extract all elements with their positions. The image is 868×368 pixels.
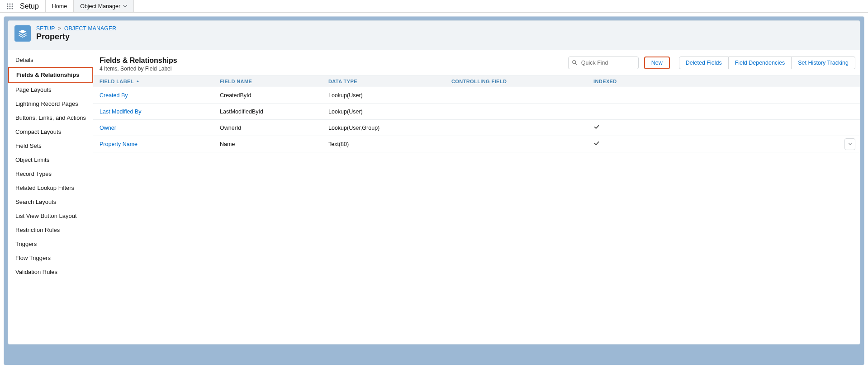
indexed-cell: [591, 140, 681, 148]
col-header-field-label[interactable]: FIELD LABEL: [93, 79, 217, 84]
fields-table: FIELD LABEL FIELD NAME DATA TYPE CONTROL…: [93, 75, 860, 152]
sidebar-item-record-types[interactable]: Record Types: [8, 167, 93, 181]
field-label-link[interactable]: Created By: [100, 92, 128, 99]
sidebar: DetailsFields & RelationshipsPage Layout…: [8, 50, 93, 344]
sidebar-item-triggers[interactable]: Triggers: [8, 237, 93, 251]
column-header-row: FIELD LABEL FIELD NAME DATA TYPE CONTROL…: [93, 75, 860, 87]
svg-line-10: [575, 63, 577, 65]
check-icon: [593, 140, 600, 146]
sidebar-item-details[interactable]: Details: [8, 53, 93, 67]
search-icon: [572, 60, 578, 66]
sidebar-item-search-layouts[interactable]: Search Layouts: [8, 195, 93, 209]
tab-object-manager[interactable]: Object Manager: [74, 0, 134, 12]
svg-point-7: [9, 8, 11, 9]
table-row: Property NameNameText(80): [93, 136, 860, 152]
svg-point-3: [7, 5, 9, 7]
svg-point-0: [7, 3, 9, 5]
action-group: Deleted Fields Field Dependencies Set Hi…: [679, 57, 855, 69]
col-header-field-name[interactable]: FIELD NAME: [217, 79, 326, 84]
shell: SETUP > OBJECT MANAGER Property DetailsF…: [0, 13, 868, 368]
field-label-link[interactable]: Property Name: [100, 141, 138, 147]
deleted-fields-button[interactable]: Deleted Fields: [679, 57, 729, 69]
field-name-cell: LastModifiedById: [217, 109, 326, 115]
col-header-indexed[interactable]: INDEXED: [591, 79, 681, 84]
sidebar-item-restriction-rules[interactable]: Restriction Rules: [8, 223, 93, 237]
row-action-cell: [681, 138, 860, 150]
sidebar-item-validation-rules[interactable]: Validation Rules: [8, 265, 93, 279]
object-icon: [14, 25, 31, 42]
tab-home-label: Home: [52, 3, 67, 9]
svg-point-2: [12, 3, 13, 5]
page-title: Property: [36, 32, 116, 42]
global-header: Setup Home Object Manager: [0, 0, 868, 13]
data-type-cell: Lookup(User,Group): [326, 125, 449, 131]
new-button[interactable]: New: [644, 57, 670, 69]
set-history-tracking-button[interactable]: Set History Tracking: [792, 57, 855, 69]
tab-object-manager-label: Object Manager: [80, 3, 120, 9]
svg-point-4: [9, 5, 11, 7]
content-card: DetailsFields & RelationshipsPage Layout…: [8, 50, 860, 344]
chevron-down-icon: [123, 4, 127, 8]
col-header-field-label-text: FIELD LABEL: [100, 79, 134, 84]
data-type-cell: Lookup(User): [326, 92, 449, 99]
row-menu-button[interactable]: [844, 138, 855, 150]
table-row: Last Modified ByLastModifiedByIdLookup(U…: [93, 104, 860, 120]
svg-point-1: [9, 3, 11, 5]
page-header: SETUP > OBJECT MANAGER Property: [8, 20, 860, 50]
breadcrumb: SETUP > OBJECT MANAGER: [36, 25, 116, 32]
sidebar-item-compact-layouts[interactable]: Compact Layouts: [8, 125, 93, 139]
sidebar-item-flow-triggers[interactable]: Flow Triggers: [8, 251, 93, 265]
field-dependencies-button[interactable]: Field Dependencies: [729, 57, 792, 69]
sidebar-item-field-sets[interactable]: Field Sets: [8, 139, 93, 153]
main-header: Fields & Relationships 4 Items, Sorted b…: [93, 55, 860, 75]
breadcrumb-setup[interactable]: SETUP: [36, 25, 55, 32]
breadcrumb-separator: >: [58, 25, 61, 32]
sidebar-item-lightning-record-pages[interactable]: Lightning Record Pages: [8, 97, 93, 111]
main: Fields & Relationships 4 Items, Sorted b…: [93, 50, 860, 344]
field-name-cell: CreatedById: [217, 92, 326, 99]
quick-find-input[interactable]: [568, 57, 639, 69]
svg-point-8: [12, 8, 13, 9]
svg-point-6: [7, 8, 9, 9]
sidebar-item-page-layouts[interactable]: Page Layouts: [8, 83, 93, 97]
table-row: OwnerOwnerIdLookup(User,Group): [93, 120, 860, 136]
tab-home[interactable]: Home: [46, 0, 74, 12]
page-band: SETUP > OBJECT MANAGER Property DetailsF…: [4, 16, 864, 365]
sidebar-item-object-limits[interactable]: Object Limits: [8, 153, 93, 167]
field-name-cell: OwnerId: [217, 125, 326, 131]
check-icon: [593, 124, 600, 130]
data-type-cell: Lookup(User): [326, 109, 449, 115]
sidebar-item-fields-relationships[interactable]: Fields & Relationships: [8, 67, 93, 83]
breadcrumb-object-manager[interactable]: OBJECT MANAGER: [64, 25, 116, 32]
main-title: Fields & Relationships: [100, 57, 177, 65]
chevron-down-icon: [848, 142, 852, 146]
data-type-cell: Text(80): [326, 141, 449, 147]
app-name: Setup: [20, 0, 46, 12]
indexed-cell: [591, 124, 681, 132]
sidebar-item-list-view-button-layout[interactable]: List View Button Layout: [8, 209, 93, 223]
col-header-controlling-field[interactable]: CONTROLLING FIELD: [449, 79, 591, 84]
table-row: Created ByCreatedByIdLookup(User): [93, 87, 860, 104]
main-subtitle: 4 Items, Sorted by Field Label: [100, 66, 177, 72]
quick-find: [568, 57, 639, 69]
col-header-data-type[interactable]: DATA TYPE: [326, 79, 449, 84]
sidebar-item-related-lookup-filters[interactable]: Related Lookup Filters: [8, 181, 93, 195]
sort-asc-icon: [136, 80, 140, 84]
field-name-cell: Name: [217, 141, 326, 147]
app-launcher-icon[interactable]: [0, 0, 20, 12]
svg-point-5: [12, 5, 13, 7]
sidebar-item-buttons-links-and-actions[interactable]: Buttons, Links, and Actions: [8, 111, 93, 125]
field-label-link[interactable]: Owner: [100, 125, 116, 131]
field-label-link[interactable]: Last Modified By: [100, 109, 141, 115]
